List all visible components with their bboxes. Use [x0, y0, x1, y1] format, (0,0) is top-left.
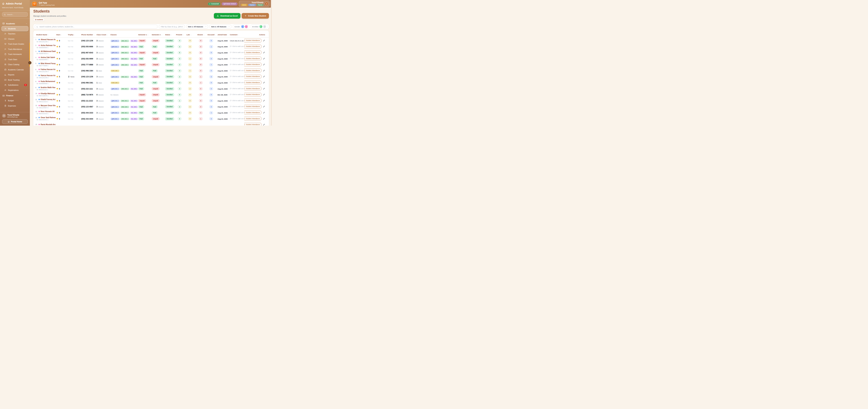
student-name-link[interactable]: Rania Mustafa Ibrahim [41, 123, 56, 125]
add-comment-button[interactable]: Click to add comment [230, 82, 244, 83]
students-search-box[interactable] [35, 25, 157, 29]
student-attendance-button[interactable]: Student Attendance [244, 105, 261, 109]
edit-student-button[interactable] [263, 69, 265, 71]
class-badge[interactable]: ARA-301-1 [120, 118, 129, 120]
class-badge[interactable]: ISL-200-1 [130, 39, 137, 42]
sem1-status-select[interactable]: Sem 1: All Statuses [186, 25, 208, 29]
class-badge[interactable]: ISL-200-1 [130, 99, 137, 102]
sidebar-item-substitutions[interactable]: Substitutions2 [1, 83, 28, 88]
column-header-class-count[interactable]: Class Count↑↓ [96, 31, 110, 37]
class-badge[interactable]: QRN-101-1 [111, 106, 120, 108]
add-comment-button[interactable]: Click to add comment [230, 88, 244, 89]
edit-student-button[interactable] [263, 118, 265, 120]
class-badge[interactable]: ISL-200-1 [130, 52, 137, 54]
class-badge[interactable]: ISL-100-1 [130, 58, 137, 60]
sidebar-search-input[interactable] [7, 13, 26, 16]
class-badge[interactable]: KGN-100-1 [111, 82, 120, 84]
column-header-absent[interactable]: Absent↑↓ [196, 31, 207, 37]
class-badge[interactable]: ARA-201-1 [120, 39, 129, 42]
edit-student-button[interactable] [263, 58, 265, 60]
class-badge[interactable]: QRN-301-1 [111, 112, 120, 114]
student-attendance-button[interactable]: Student Attendance [244, 57, 261, 60]
class-badge[interactable]: KGN-100-1 [111, 69, 120, 72]
sidebar-item-reports[interactable]: Reports [1, 72, 28, 78]
student-attendance-button[interactable]: Student Attendance [244, 87, 261, 90]
edit-student-button[interactable] [263, 99, 265, 101]
sidebar-item-academic-calendar[interactable]: Academic Calendar [1, 67, 28, 72]
class-badge[interactable]: ISL-200-1 [130, 76, 137, 78]
edit-student-button[interactable] [263, 106, 265, 108]
class-badge[interactable]: QRN-201-1 [111, 52, 120, 54]
user-card[interactable]: Yusuf Elnady AdminTeacherParent [239, 1, 270, 7]
student-name-link[interactable]: Huda Mohammed Tariq [41, 81, 56, 82]
add-comment-button[interactable]: Click to add comment [230, 112, 244, 113]
student-name-link[interactable]: Maryam Omar Khalid [41, 105, 56, 107]
edit-student-button[interactable] [263, 112, 265, 114]
edit-student-button[interactable] [263, 39, 265, 41]
student-name-link[interactable]: Khadija Mahsoub [41, 93, 55, 94]
student-name-link[interactable]: Fatima Hassan Aziz [41, 68, 56, 70]
sidebar-item-class-catalog[interactable]: Class Catalog [1, 62, 28, 67]
student-name-link[interactable]: Ali Mahmoud Said [41, 50, 56, 52]
edit-student-button[interactable] [263, 88, 265, 90]
student-attendance-button[interactable]: Student Attendance [244, 93, 261, 96]
sidebar-item-classes[interactable]: Classes [1, 36, 28, 41]
sidebar-item-budget[interactable]: Budget [1, 98, 28, 104]
student-attendance-button[interactable]: Student Attendance [244, 117, 261, 120]
sidebar-item-students[interactable]: Students [1, 26, 28, 31]
sidebar-item-book-tracking[interactable]: Book Tracking [1, 77, 28, 83]
add-comment-button[interactable]: Click to add comment [230, 94, 244, 95]
edit-student-button[interactable] [263, 63, 265, 65]
student-name-link[interactable]: Bilal Ahmed Farayhy [41, 63, 56, 64]
create-student-button[interactable]: Create New Student [242, 13, 269, 19]
student-attendance-button[interactable]: Student Attendance [244, 51, 261, 54]
class-badge[interactable]: ARA-101-1 [120, 76, 129, 78]
column-header-phone-number[interactable]: Phone Number↑↓ [81, 31, 96, 37]
students-search-input[interactable] [39, 26, 156, 28]
sidebar-item-track-exam-grades[interactable]: Track Exam Grades [1, 41, 28, 47]
column-header-semester-1[interactable]: Semester 1↑↓ [137, 31, 151, 37]
column-header-comment[interactable]: Comment↑↓ [229, 31, 244, 37]
class-badge[interactable]: ISL-200-1 [130, 88, 137, 90]
class-badge[interactable]: ARA-201-1 [120, 99, 129, 102]
add-comment-button[interactable]: Click to add comment [230, 52, 244, 53]
class-badge[interactable]: QRN-201-1 [111, 99, 120, 102]
column-header-status[interactable]: Status↑↓ [164, 31, 175, 37]
sidebar-item-track-stars[interactable]: Track Stars [1, 57, 28, 62]
add-comment-button[interactable]: Click to add comment [230, 46, 244, 47]
add-comment-button[interactable]: Click to add comment [230, 64, 244, 65]
sidebar-section-academic[interactable]: Academic [1, 21, 28, 26]
gender-filter-female-toggle[interactable] [245, 25, 248, 28]
sidebar-item-teachers[interactable]: Teachers [1, 31, 28, 36]
student-name-link[interactable]: Omar Said Rahman [41, 117, 56, 118]
student-attendance-button[interactable]: Student Attendance [244, 39, 261, 42]
add-comment-button[interactable]: Click to add comment [230, 76, 244, 77]
student-name-link[interactable]: Noor Hussain Ali [41, 111, 55, 112]
column-header-late[interactable]: Late↑↓ [186, 31, 196, 37]
student-name-link[interactable]: Amina Zaki Saleh [41, 56, 55, 58]
column-header-excused[interactable]: Excused↑↓ [207, 31, 217, 37]
add-comment-button[interactable]: Click to add comment [230, 58, 244, 59]
student-attendance-button[interactable]: Student Attendance [244, 75, 261, 78]
class-badge[interactable]: QRN-301-1 [111, 118, 120, 120]
column-header-present[interactable]: Present↑↓ [175, 31, 186, 37]
edit-student-button[interactable] [263, 45, 265, 48]
column-header-stars[interactable]: Stars↑↓ [56, 31, 67, 37]
page-scrollbar[interactable] [271, 0, 272, 126]
school-badge[interactable]: Qaf Demo School [222, 2, 238, 5]
class-badge[interactable]: QRN-100-1 [111, 76, 120, 78]
student-name-link[interactable]: Hamza Hassan Aziz [41, 75, 56, 77]
student-attendance-button[interactable]: Student Attendance [244, 81, 261, 84]
student-name-link[interactable]: Ahmed Hassan Aziz [41, 38, 56, 40]
student-attendance-button[interactable]: Student Attendance [244, 69, 261, 72]
sidebar-item-track-homework[interactable]: Track Homework [1, 52, 28, 57]
comment-text[interactable]: Check why he is absent [230, 40, 244, 42]
column-header-trophy[interactable]: Trophy↑↓ [67, 31, 81, 37]
edit-student-button[interactable] [263, 82, 265, 84]
student-name-link[interactable]: Ibrahim Malik Hassan [41, 87, 56, 88]
class-badge[interactable]: ARA-201-1 [120, 88, 129, 90]
student-attendance-button[interactable]: Student Attendance [244, 99, 261, 103]
class-badge[interactable]: ISL-300-1 [130, 46, 137, 48]
sidebar-item-registrations[interactable]: Registrations [1, 88, 28, 93]
download-excel-button[interactable]: Download as Excel [214, 13, 241, 19]
